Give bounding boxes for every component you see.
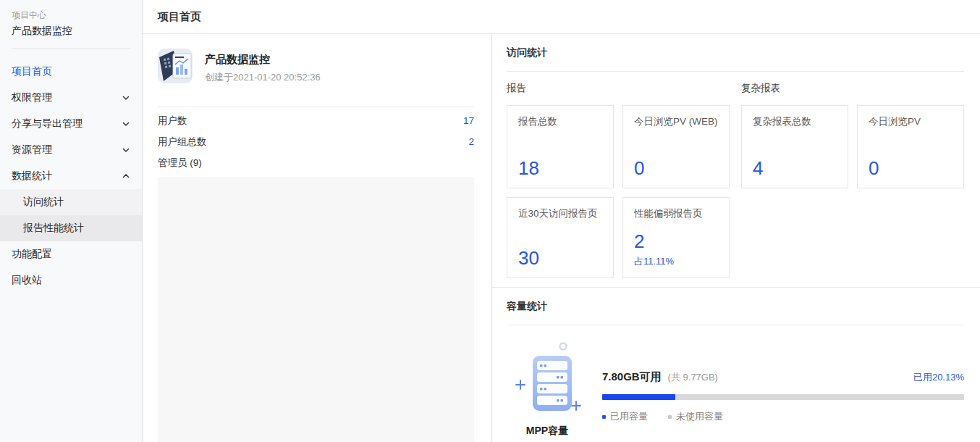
- project-head-text: 产品数据监控 创建于2021-01-20 20:52:36: [205, 49, 321, 84]
- capacity-section: 容量统计: [492, 288, 980, 438]
- stat-label: 管理员 (9): [158, 157, 202, 170]
- divider: [158, 107, 474, 107]
- capacity-progress-track: [602, 394, 964, 400]
- sidebar-item-label: 功能配置: [12, 248, 130, 261]
- sidebar-item-permissions[interactable]: 权限管理: [0, 85, 142, 111]
- sidebar-item-label: 分享与导出管理: [12, 117, 122, 130]
- sidebar: 项目中心 产品数据监控 项目首页 权限管理 分享与导出管理 资源管理 数据统计: [0, 0, 143, 442]
- capacity-used-percent: 已用20.13%: [913, 371, 964, 384]
- sidebar-item-label: 访问统计: [23, 196, 130, 209]
- sidebar-divider: [12, 48, 130, 49]
- page-title: 项目首页: [158, 10, 201, 24]
- sidebar-item-label: 资源管理: [12, 143, 122, 157]
- chevron-down-icon: [122, 120, 130, 128]
- card-weak-performance-pages: 性能偏弱报告页 2 占11.11%: [622, 197, 730, 278]
- content: 产品数据监控 创建于2021-01-20 20:52:36 用户数 17 用户组…: [143, 34, 980, 442]
- capacity-title: 容量统计: [507, 300, 547, 313]
- project-summary-panel: 产品数据监控 创建于2021-01-20 20:52:36 用户数 17 用户组…: [143, 34, 492, 442]
- admin-list-empty-area: [158, 177, 474, 442]
- card-report-total: 报告总数 18: [507, 105, 614, 188]
- sidebar-item-share-export[interactable]: 分享与导出管理: [0, 111, 142, 137]
- legend-bullet-used: [602, 415, 606, 419]
- card-label: 近30天访问报告页: [518, 207, 602, 220]
- capacity-total: (共 9.77GB): [668, 372, 718, 383]
- capacity-name: MPP容量: [507, 425, 588, 438]
- stat-row-admins: 管理员 (9): [158, 152, 474, 173]
- page-header: 项目首页: [143, 0, 980, 34]
- card-label: 今日浏览PV (WEB): [634, 115, 718, 128]
- sidebar-item-feature-config[interactable]: 功能配置: [0, 241, 142, 267]
- group-reports: 报告 报告总数 18 今日浏览PV (WEB) 0 近30天访问: [507, 82, 730, 278]
- capacity-usage-line: 7.80GB可用 (共 9.77GB) 已用20.13%: [602, 370, 964, 384]
- card-label: 复杂报表总数: [753, 115, 837, 128]
- project-created-at: 创建于2021-01-20 20:52:36: [205, 71, 321, 84]
- sidebar-project-switcher[interactable]: 项目中心 产品数据监控: [0, 0, 142, 38]
- group-complex-reports: 复杂报表 复杂报表总数 4 今日浏览PV 0: [741, 82, 964, 278]
- sidebar-item-label: 权限管理: [12, 91, 122, 104]
- group-label: 报告: [507, 82, 730, 95]
- legend-label: 已用容量: [610, 410, 648, 423]
- card-today-pv-web: 今日浏览PV (WEB) 0: [622, 105, 730, 188]
- sidebar-item-visit-stats[interactable]: 访问统计: [0, 189, 142, 215]
- group-cards: 复杂报表总数 4 今日浏览PV 0: [741, 105, 964, 188]
- sidebar-project-name: 产品数据监控: [12, 23, 130, 38]
- card-30day-visited-pages: 近30天访问报告页 30: [507, 197, 614, 278]
- visit-stats-section: 访问统计 报告 报告总数 18 今日浏览PV (WEB) 0: [492, 34, 980, 288]
- card-label: 报告总数: [518, 115, 602, 128]
- card-label: 今日浏览PV: [869, 115, 952, 128]
- legend-label: 未使用容量: [676, 410, 723, 423]
- project-center-label: 项目中心: [12, 9, 130, 22]
- capacity-available: 7.80GB可用: [602, 370, 662, 383]
- stat-row-user-groups: 用户组总数 2: [158, 131, 474, 152]
- group-label: 复杂报表: [741, 82, 964, 95]
- card-value: 18: [518, 158, 602, 178]
- sidebar-item-resources[interactable]: 资源管理: [0, 137, 142, 163]
- chevron-up-icon: [122, 172, 130, 180]
- capacity-title-row: 容量统计: [507, 288, 964, 325]
- stat-row-users: 用户数 17: [158, 110, 474, 131]
- server-stack-icon: [511, 412, 583, 423]
- card-value: 0: [634, 158, 718, 178]
- card-complex-today-pv: 今日浏览PV 0: [857, 105, 964, 188]
- sidebar-item-report-perf-stats[interactable]: 报告性能统计: [0, 215, 142, 241]
- project-head: 产品数据监控 创建于2021-01-20 20:52:36: [158, 49, 474, 84]
- stat-label: 用户数: [158, 114, 187, 128]
- sidebar-item-label: 项目首页: [12, 65, 130, 78]
- visit-groups: 报告 报告总数 18 今日浏览PV (WEB) 0 近30天访问: [507, 82, 964, 278]
- capacity-available-group: 7.80GB可用 (共 9.77GB): [602, 370, 718, 384]
- legend-bullet-unused: [668, 415, 672, 419]
- project-name: 产品数据监控: [205, 52, 321, 67]
- capacity-icon-column: MPP容量: [507, 337, 588, 438]
- project-stat-rows: 用户数 17 用户组总数 2 管理员 (9): [158, 110, 474, 173]
- card-value: 0: [869, 158, 952, 178]
- sidebar-item-project-home[interactable]: 项目首页: [0, 59, 142, 85]
- card-value: 30: [518, 248, 602, 268]
- card-sub-value: 占11.11%: [634, 255, 718, 268]
- sidebar-item-label: 回收站: [12, 274, 130, 287]
- visit-stats-title-row: 访问统计: [507, 34, 964, 72]
- capacity-progress-fill: [602, 394, 675, 400]
- chevron-down-icon: [122, 146, 130, 154]
- capacity-body: MPP容量 7.80GB可用 (共 9.77GB) 已用20.13%: [507, 325, 964, 438]
- card-value: 4: [753, 158, 837, 178]
- stat-value-link[interactable]: 2: [468, 136, 474, 147]
- capacity-legend: 已用容量 未使用容量: [602, 410, 964, 423]
- group-cards: 报告总数 18 今日浏览PV (WEB) 0 近30天访问报告页 30: [507, 105, 730, 278]
- sidebar-item-data-stats[interactable]: 数据统计: [0, 163, 142, 189]
- sidebar-menu: 项目首页 权限管理 分享与导出管理 资源管理 数据统计: [0, 59, 142, 293]
- capacity-detail: 7.80GB可用 (共 9.77GB) 已用20.13% 已用容量: [602, 337, 964, 438]
- chevron-down-icon: [122, 93, 130, 102]
- sidebar-submenu-data-stats: 访问统计 报告性能统计: [0, 189, 142, 241]
- sidebar-item-recycle-bin[interactable]: 回收站: [0, 267, 142, 293]
- card-complex-report-total: 复杂报表总数 4: [741, 105, 848, 188]
- main-area: 项目首页: [143, 0, 980, 442]
- stats-panel: 访问统计 报告 报告总数 18 今日浏览PV (WEB) 0: [492, 34, 980, 442]
- legend-item-unused: 未使用容量: [668, 410, 723, 423]
- stat-value-link[interactable]: 17: [463, 115, 474, 126]
- sidebar-item-label: 数据统计: [12, 170, 122, 183]
- sidebar-item-label: 报告性能统计: [23, 222, 130, 235]
- card-value: 2: [634, 231, 718, 251]
- stat-label: 用户组总数: [158, 135, 207, 149]
- legend-item-used: 已用容量: [602, 410, 648, 423]
- visit-stats-title: 访问统计: [507, 46, 547, 59]
